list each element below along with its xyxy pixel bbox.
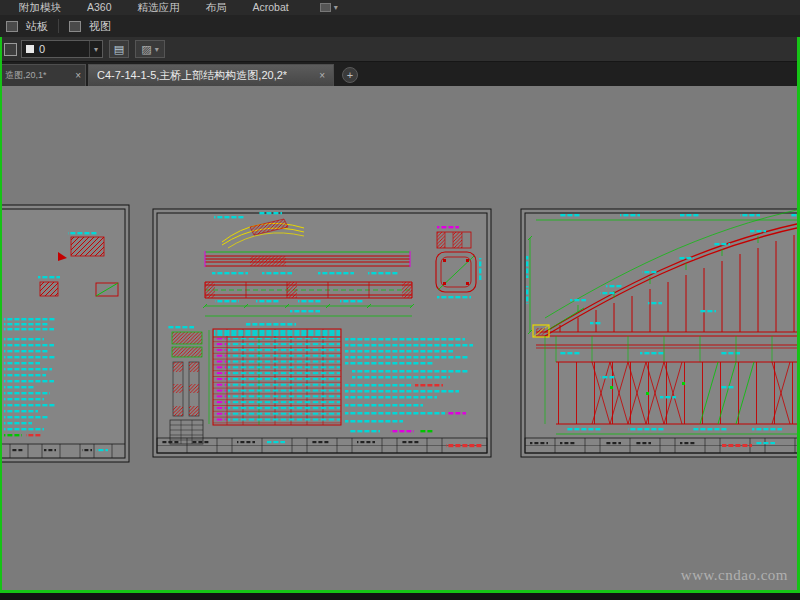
menu-item-acrobat[interactable]: Acrobat [240, 0, 302, 15]
layer-combo[interactable]: 0 ▾ [21, 40, 103, 58]
layer-color-swatch [26, 45, 34, 53]
ribbon-panel-view[interactable]: 视图 [83, 19, 117, 34]
menu-bar: 附加模块 A360 精选应用 布局 Acrobat ▾ [0, 0, 800, 15]
chevron-down-icon[interactable]: ▾ [89, 41, 102, 57]
layer-filter-icon[interactable] [4, 43, 17, 56]
layer-state-save-icon[interactable]: ▤ [109, 40, 129, 58]
file-tab-label: 造图,20,1* [5, 69, 47, 82]
green-frame-bottom [0, 590, 800, 593]
close-tab-icon[interactable]: × [313, 70, 325, 81]
watermark: www.cndao.com [681, 567, 788, 584]
sheet-right-drawing [521, 208, 800, 457]
image-insert-button[interactable]: ▨ ▾ [135, 40, 165, 58]
green-frame-left [0, 37, 2, 593]
menu-item-featured-apps[interactable]: 精选应用 [125, 0, 193, 15]
sheet-middle-drawing [153, 209, 491, 457]
menu-item-layout[interactable]: 布局 [193, 0, 240, 15]
close-tab-icon[interactable]: × [69, 70, 81, 81]
view-icon [69, 21, 81, 32]
clipboard-icon [6, 21, 18, 32]
cad-drawing [0, 86, 800, 590]
menu-item-a360[interactable]: A360 [74, 0, 125, 15]
new-tab-button[interactable]: + [342, 67, 358, 83]
data-table [213, 323, 341, 425]
file-tab-active[interactable]: C4-7-14-1-5,主桥上部结构构造图,20,2* × [88, 64, 334, 86]
ribbon-panel-row: 站板 视图 [0, 15, 800, 37]
file-tab-bar: 造图,20,1* × C4-7-14-1-5,主桥上部结构构造图,20,2* ×… [0, 62, 800, 86]
sheet-left-drawing [0, 205, 129, 462]
bottom-strip [0, 593, 800, 600]
menu-item-addons[interactable]: 附加模块 [6, 0, 74, 15]
ribbon-panel-clipboard[interactable]: 站板 [20, 19, 54, 34]
layer-toolbar: 0 ▾ ▤ ▨ ▾ [0, 37, 800, 62]
panel-separator [58, 19, 59, 33]
file-tab-label: C4-7-14-1-5,主桥上部结构构造图,20,2* [97, 68, 287, 83]
drawing-canvas[interactable]: www.cndao.com [0, 86, 800, 590]
chevron-down-icon: ▾ [155, 45, 159, 54]
layer-combo-value: 0 [39, 43, 89, 55]
chevron-down-icon[interactable]: ▾ [334, 3, 338, 12]
file-tab-previous[interactable]: 造图,20,1* × [0, 64, 86, 86]
workspace-icon[interactable] [320, 3, 331, 12]
application-window: { "menubar": { "items": ["附加模块", "A360",… [0, 0, 800, 600]
